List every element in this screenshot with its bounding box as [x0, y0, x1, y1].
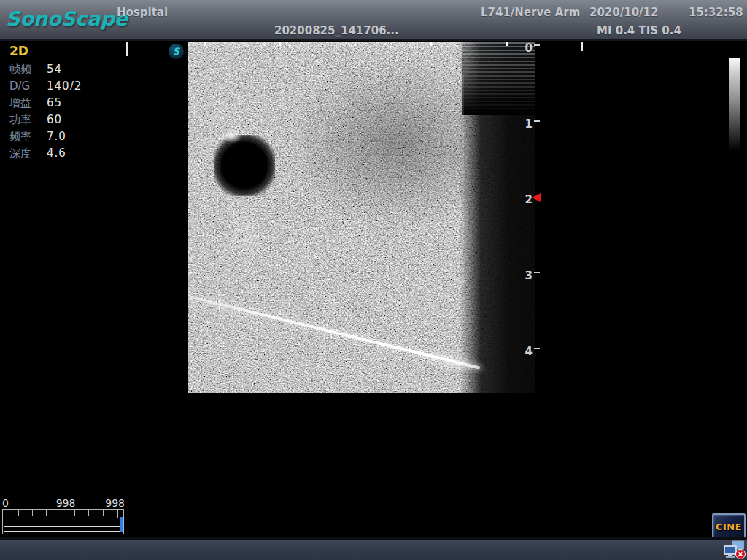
param-row-dynamic-range: D/G 140/2	[9, 79, 133, 96]
param-row-frame-rate: 帧频 54	[9, 63, 133, 79]
param-value: 140/2	[47, 79, 82, 93]
marker-tick-left	[126, 42, 128, 56]
param-value: 7.0	[47, 130, 66, 143]
near-field-band	[188, 42, 465, 50]
sonoscape-logo: SonoScape	[6, 7, 128, 30]
param-label: 帧频	[9, 63, 31, 77]
depth-label-1: 1	[515, 117, 533, 131]
param-value: 4.6	[47, 147, 66, 160]
cine-scrubber-track[interactable]	[2, 509, 124, 534]
cine-current-frame: 998	[51, 497, 80, 509]
mi-tis-readout: MI 0.4 TIS 0.4	[597, 24, 681, 37]
ultrasound-image	[188, 42, 535, 393]
cine-button[interactable]: CINE	[712, 513, 746, 540]
scale-tick	[506, 42, 508, 46]
scrub-rail	[4, 526, 122, 532]
anechoic-vessel	[214, 135, 275, 196]
exam-id: 20200825_141706...	[274, 24, 399, 37]
probe-preset: L741/Nerve Arm	[481, 6, 580, 19]
network-disconnected-icon[interactable]	[722, 540, 746, 559]
param-label: 增益	[9, 96, 31, 110]
scrub-tick	[88, 510, 89, 516]
grayscale-bar	[729, 58, 740, 151]
param-value: 65	[47, 96, 62, 109]
depth-tick	[534, 44, 540, 46]
posterior-enhancement	[225, 195, 263, 272]
scrub-position-handle[interactable]	[120, 517, 123, 532]
param-value: 60	[47, 113, 62, 126]
hospital-name: Hospital	[117, 6, 168, 19]
scale-tick	[430, 42, 432, 46]
param-label: 频率	[9, 130, 31, 144]
depth-label-0: 0	[515, 42, 533, 55]
cine-start-frame: 0	[2, 497, 9, 509]
marker-tick-right	[581, 42, 583, 51]
sonoscape-s-icon: S	[169, 44, 184, 59]
scrub-tick	[18, 510, 19, 516]
status-bar	[0, 540, 747, 560]
ultrasound-workstation-screen: SonoScape Hospital 20200825_141706... L7…	[0, 0, 747, 560]
param-label: 深度	[9, 147, 31, 160]
depth-label-4: 4	[515, 345, 533, 358]
faint-vertical-echo	[462, 75, 464, 287]
scrub-tick	[103, 510, 104, 516]
depth-tick	[534, 120, 540, 122]
param-label: 功率	[9, 113, 31, 127]
param-value: 54	[47, 63, 62, 76]
scale-tick	[355, 42, 356, 46]
scrub-tick	[32, 510, 33, 516]
depth-tick	[534, 272, 540, 273]
exam-time: 15:32:58	[689, 6, 743, 19]
param-label: D/G	[9, 79, 30, 93]
scale-tick	[279, 42, 281, 46]
scrub-tick	[46, 510, 47, 516]
param-row-depth: 深度 4.6	[9, 147, 133, 163]
param-row-gain: 增益 65	[9, 96, 133, 112]
scrub-tick	[4, 510, 4, 518]
param-row-frequency: 频率 7.0	[9, 130, 133, 146]
depth-label-2: 2	[515, 193, 533, 206]
scrub-tick	[117, 510, 118, 518]
depth-tick	[534, 348, 540, 349]
depth-label-3: 3	[515, 269, 533, 282]
scrub-tick	[61, 510, 61, 518]
cine-total-frames: 998	[100, 497, 125, 509]
header-bar: SonoScape Hospital 20200825_141706... L7…	[0, 0, 747, 41]
exam-date: 2020/10/12	[589, 6, 658, 19]
vessel-wall-echo	[222, 128, 242, 144]
scrub-tick	[74, 510, 75, 516]
focus-marker-icon	[532, 193, 541, 202]
scale-tick	[204, 42, 206, 46]
param-row-power: 功率 60	[9, 113, 133, 129]
mode-label-2d: 2D	[9, 44, 28, 58]
